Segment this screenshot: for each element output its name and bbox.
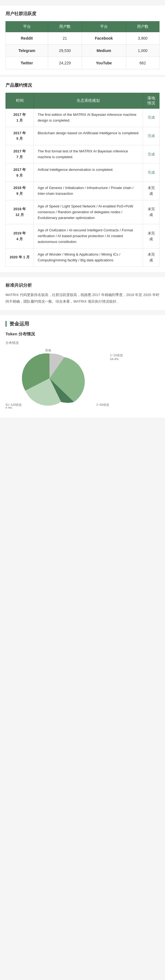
community-header-row: 平台 用户数 平台 用户数 xyxy=(6,21,160,32)
label-1-10x-title: 1~10倍息 xyxy=(110,353,123,357)
time-cell: 2018 年12 月 xyxy=(6,200,34,224)
platform1-cell: Twitter xyxy=(6,57,48,69)
status-cell: 完成 xyxy=(143,127,160,145)
label-51-120x-title: 51~120倍息 xyxy=(5,403,22,406)
roadmap-header-status: 落地情况 xyxy=(143,93,160,109)
roadmap-row: 2018 年9 月 Age of Genesis / Initializatio… xyxy=(6,182,160,200)
time-cell: 2017 年5 月 xyxy=(6,127,34,145)
fund-title-bar: 资金运用 xyxy=(5,321,160,327)
roadmap-table: 时间 生态系统规划 落地情况 2017 年1 月 The first editi… xyxy=(5,93,160,267)
roadmap-row: 2018 年12 月 Age of Speed / Light Speed Ne… xyxy=(6,200,160,224)
community-header-platform2: 平台 xyxy=(82,21,126,32)
time-cell: 2017 年1 月 xyxy=(6,109,34,127)
roadmap-row: 2017 年5 月 Blockchain design based on Art… xyxy=(6,127,160,145)
status-cell: 未完成 xyxy=(143,248,160,267)
pie-chart: 其他 1~10倍息 54.4% 1~50倍息 51~120倍息 8.9% xyxy=(5,348,160,409)
roadmap-row: 2020 年 1 月 Age of Wonder / Mining & Appl… xyxy=(6,248,160,267)
token-title: Token 分布情况 xyxy=(5,331,160,337)
community-header-count2: 用户数 xyxy=(126,21,159,32)
community-header-platform1: 平台 xyxy=(6,21,48,32)
roadmap-row: 2019 年4 月 Age of Civilization / AI-secur… xyxy=(6,224,160,248)
roadmap-header-row: 时间 生态系统规划 落地情况 xyxy=(6,93,160,109)
roadmap-row: 2017 年9 月 Artfcial Intelligence demonstr… xyxy=(6,164,160,182)
plan-cell: The first formal test of the MATRIX AI B… xyxy=(34,145,143,164)
time-cell: 2018 年9 月 xyxy=(6,182,34,200)
plan-cell: Age of Wonder / Mining & Applications / … xyxy=(34,248,143,267)
label-51-120x-pct: 8.9% xyxy=(5,406,13,409)
count1-cell: 24,229 xyxy=(48,57,82,69)
plan-cell: The first edition of the MATRIX AI Bayes… xyxy=(34,109,143,127)
time-cell: 2020 年 1 月 xyxy=(6,248,34,267)
count2-cell: 3,900 xyxy=(126,32,159,45)
analysis-text: MATRIX 代码更新排名较高，社群活跃度较高，线路图 2017 年精确到季度，… xyxy=(5,292,160,305)
status-cell: 完成 xyxy=(143,109,160,127)
distribution-label: 分布情况 xyxy=(5,340,160,345)
status-cell: 未完成 xyxy=(143,200,160,224)
platform2-cell: Medium xyxy=(82,45,126,57)
platform2-cell: YouTube xyxy=(82,57,126,69)
count2-cell: 1,000 xyxy=(126,45,159,57)
plan-cell: Age of Genesis / Initialization / Infras… xyxy=(34,182,143,200)
roadmap-title: 产品履约情况 xyxy=(5,83,160,88)
fund-section: 资金运用 Token 分布情况 分布情况 其他 1~10倍息 54.4% 1~5… xyxy=(0,315,165,418)
count1-cell: 29,530 xyxy=(48,45,82,57)
status-cell: 完成 xyxy=(143,145,160,164)
label-1-10x-pct: 54.4% xyxy=(110,357,119,361)
platform2-cell: Facebook xyxy=(82,32,126,45)
roadmap-row: 2017 年1 月 The first edition of the MATRI… xyxy=(6,109,160,127)
community-header-count1: 用户数 xyxy=(48,21,82,32)
roadmap-header-plan: 生态系统规划 xyxy=(34,93,143,109)
plan-cell: Artfcial Intelligence demonstration is c… xyxy=(34,164,143,182)
community-row: Reddit 21 Facebook 3,900 xyxy=(6,32,160,45)
count1-cell: 21 xyxy=(48,32,82,45)
roadmap-header-time: 时间 xyxy=(6,93,34,109)
plan-cell: Blockchain design based on Artificiaial … xyxy=(34,127,143,145)
time-cell: 2017 年7 月 xyxy=(6,145,34,164)
plan-cell: Age of Speed / Light Speed Network / AI-… xyxy=(34,200,143,224)
plan-cell: Age of Civilization / AI-secured Intelli… xyxy=(34,224,143,248)
pie-wrapper: 其他 1~10倍息 54.4% 1~50倍息 51~120倍息 8.9% xyxy=(5,348,160,409)
analysis-title: 标准共识分析 xyxy=(5,283,160,288)
label-1-50x-title: 1~50倍息 xyxy=(96,403,109,406)
platform1-cell: Reddit xyxy=(6,32,48,45)
fund-bar-decoration xyxy=(5,321,6,327)
community-table: 平台 用户数 平台 用户数 Reddit 21 Facebook 3,900 T… xyxy=(5,21,160,69)
community-section: 用户社群活跃度 平台 用户数 平台 用户数 Reddit 21 Facebook… xyxy=(0,5,165,75)
time-cell: 2019 年4 月 xyxy=(6,224,34,248)
status-cell: 未完成 xyxy=(143,182,160,200)
label-other: 其他 xyxy=(45,348,51,352)
status-cell: 未完成 xyxy=(143,224,160,248)
platform1-cell: Telegram xyxy=(6,45,48,57)
community-row: Twitter 24,229 YouTube 662 xyxy=(6,57,160,69)
analysis-section: 标准共识分析 MATRIX 代码更新排名较高，社群活跃度较高，线路图 2017 … xyxy=(0,277,165,310)
community-row: Telegram 29,530 Medium 1,000 xyxy=(6,45,160,57)
time-cell: 2017 年9 月 xyxy=(6,164,34,182)
community-title: 用户社群活跃度 xyxy=(5,11,160,17)
count2-cell: 662 xyxy=(126,57,159,69)
roadmap-row: 2017 年7 月 The first formal test of the M… xyxy=(6,145,160,164)
status-cell: 完成 xyxy=(143,164,160,182)
fund-title: 资金运用 xyxy=(10,321,29,327)
roadmap-section: 产品履约情况 时间 生态系统规划 落地情况 2017 年1 月 The firs… xyxy=(0,77,165,272)
